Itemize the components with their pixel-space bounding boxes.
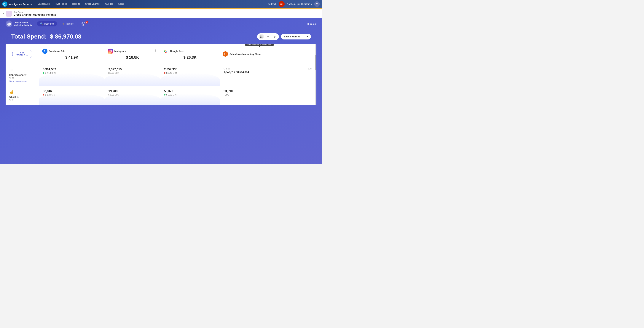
instagram-platform-header: Instagram [108, 48, 126, 54]
google-impressions-sub: $ 9.20 CPM [164, 72, 216, 74]
org-selector[interactable]: Northern Trail Outfitters ▾ [287, 3, 312, 6]
nav-reports[interactable]: Reports [70, 0, 82, 8]
hero-area: Total Spend: $ 86,970.08 Last 6 Months ▾ [0, 30, 322, 40]
svg-point-10 [84, 23, 84, 24]
red-dot-icon [164, 72, 166, 74]
google-impressions-value: 2,857,335 [164, 68, 216, 71]
google-impressions-cell: 2,857,335 $ 9.20 CPM [160, 64, 220, 86]
ai-icon-svg [81, 22, 86, 26]
smc-opens-sent-labels: OPENS SENT [224, 68, 313, 70]
instagram-impressions-sub: $ 7.90 CPM [108, 72, 156, 74]
line-view-button[interactable] [266, 34, 271, 39]
clicks-info-icon[interactable]: ⓘ [17, 96, 19, 98]
smc-platform-header: Salesforce Marketing Cloud [223, 52, 261, 56]
search-icon: 🔍 [40, 22, 43, 25]
org-name: Northern Trail Outfitters [287, 3, 310, 6]
smc-clicks-sub: - CPC [224, 94, 313, 96]
google-platform-header: Google Ads [163, 48, 183, 54]
clicks-label: Clicks ⓘ [9, 96, 35, 98]
svg-rect-17 [274, 36, 276, 36]
smc-impressions-cell: OPENS SENT 1,046,817 / 3,564,034 [220, 64, 316, 86]
clicks-row: ☝ Clicks ⓘ CPC 33,816 [6, 86, 316, 105]
totals-header-cell: SEE TOTALS → [6, 44, 39, 64]
google-clicks-inner: 50,370 $ 0.52 CPC [160, 86, 220, 99]
nav-queries[interactable]: Queries [103, 0, 116, 8]
nav-setup[interactable]: Setup [116, 0, 127, 8]
impressions-row: 👁 Impressions ⓘ CPM Show engagements 5,9… [6, 64, 316, 86]
view-buttons [257, 33, 279, 40]
facebook-clicks-inner: 33,816 $ 1.24 CPC [39, 86, 104, 99]
date-filter-dropdown[interactable]: Last 6 Months ▾ [281, 34, 311, 40]
instagram-impressions-inner: 2,377,415 $ 7.90 CPM [105, 64, 160, 78]
google-more-button[interactable]: ⋮ [214, 48, 217, 52]
total-spend: Total Spend: $ 86,970.08 [11, 33, 81, 40]
svg-rect-3 [8, 13, 10, 13]
green-dot-icon [164, 94, 166, 96]
clicks-sub: CPC [9, 99, 35, 101]
facebook-impressions-cell: 5,901,552 $ 7.10 CPM [39, 64, 104, 86]
facebook-name: Facebook Ads [49, 50, 65, 52]
smc-header-top: Salesforce Marketing Cloud ⋮ [223, 52, 314, 56]
clicks-metric-cell: ☝ Clicks ⓘ CPC [6, 86, 39, 105]
date-filter-label: Last 6 Months [284, 35, 300, 38]
clicks-icon: ☝ [9, 90, 35, 94]
back-button[interactable]: ‹ [3, 12, 4, 15]
svg-point-5 [7, 22, 10, 26]
opens-label: OPENS [224, 68, 230, 70]
instagram-header-cell: Instagram ⋮ $ 18.8K [104, 44, 160, 64]
facebook-clicks-cell: 33,816 $ 1.24 CPC [39, 86, 104, 105]
google-impressions-inner: 2,857,335 $ 9.20 CPM [160, 64, 220, 78]
research-tab-label: Research [44, 22, 54, 25]
instagram-more-button[interactable]: ⋮ [154, 48, 157, 52]
google-header-top: Google Ads ⋮ [163, 48, 217, 54]
nav-dashboards[interactable]: Dashboards [35, 0, 52, 8]
impressions-sub: CPM [9, 77, 35, 79]
insights-tab[interactable]: ⚡ Insights [58, 21, 77, 26]
grid-view-button[interactable] [259, 34, 264, 39]
ai-tab[interactable]: 6 [78, 20, 88, 27]
facebook-impressions-value: 5,901,552 [43, 68, 101, 71]
svg-point-24 [225, 54, 226, 54]
inner-nav-items: 🔍 Research ⚡ Insights 6 [37, 20, 88, 27]
google-spend: $ 26.3K [163, 54, 217, 60]
impressions-metric-cell: 👁 Impressions ⓘ CPM Show engagements [6, 64, 39, 86]
breadcrumb-text: App Demo Cross-Channel Marketing Insight… [14, 11, 56, 16]
see-totals-cell: SEE TOTALS → [9, 47, 35, 61]
impressions-label: Impressions ⓘ [9, 74, 35, 76]
green-dot-icon [43, 72, 44, 74]
impressions-icon: 👁 [9, 68, 35, 72]
smc-icon [223, 52, 228, 56]
svg-point-1 [316, 3, 318, 4]
facebook-impressions-inner: 5,901,552 $ 7.10 CPM [39, 64, 104, 78]
smc-name: Salesforce Marketing Cloud [230, 53, 261, 56]
facebook-more-button[interactable]: ⋮ [99, 48, 102, 52]
tooltip: Last updated 8 weeks ago [245, 44, 274, 46]
feedback-button[interactable]: Feedback [267, 3, 276, 6]
user-avatar[interactable] [314, 1, 320, 7]
brand-name: Cross-Channel Marketing Insights [14, 21, 32, 26]
nav-cross-channel[interactable]: Cross-Channel [82, 0, 102, 8]
filter-button[interactable] [272, 34, 277, 39]
facebook-spend: $ 41.9K [42, 54, 102, 60]
instagram-clicks-inner: 19,788 $ 0.95 CPC [105, 86, 160, 99]
notification-icon: 99+ [279, 1, 284, 7]
org-dropdown-icon: ▾ [311, 3, 312, 6]
greeting-text: Hi Guest [307, 22, 316, 25]
data-table-wrapper: Last updated 8 weeks ago SEE TOTALS → [6, 44, 316, 104]
svg-point-21 [110, 51, 111, 52]
see-totals-button[interactable]: SEE TOTALS → [12, 50, 32, 58]
facebook-header-top: f Facebook Ads ⋮ [42, 48, 102, 54]
notification-badge[interactable]: 99+ [279, 1, 284, 7]
nav-pivot-tables[interactable]: Pivot Tables [52, 0, 70, 8]
instagram-clicks-sub: $ 0.95 CPC [108, 94, 156, 96]
brand-logo: Cross-Channel Marketing Insights [6, 20, 32, 27]
smc-more-button[interactable]: ⋮ [310, 52, 314, 55]
impressions-info-icon[interactable]: ⓘ [24, 74, 26, 76]
research-tab[interactable]: 🔍 Research [37, 21, 57, 26]
svg-rect-16 [262, 37, 262, 38]
main-data-table: SEE TOTALS → f Facebook Ads ⋮ [6, 44, 316, 104]
smc-impressions-value: 1,046,817 / 3,564,034 [224, 70, 313, 74]
facebook-clicks-sub: $ 1.24 CPC [43, 94, 101, 96]
show-engagements-link[interactable]: Show engagements [9, 80, 35, 82]
total-spend-label: Total Spend: [11, 33, 47, 40]
